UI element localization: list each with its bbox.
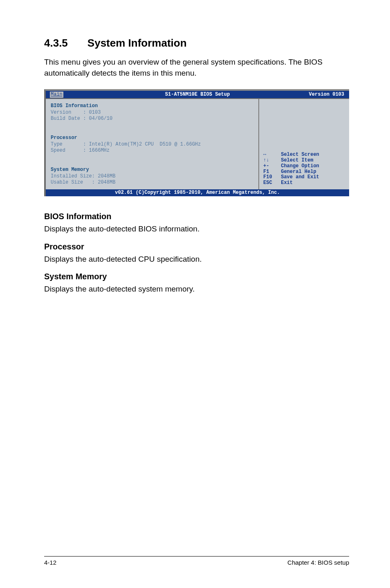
desc-text: Displays the auto-detected system memory… (44, 284, 349, 295)
bios-main-panel: BIOS Information Version : 0103 Build Da… (46, 99, 259, 189)
bios-titlebar: Main S1-AT5NM10E BIOS Setup Version 0103 (46, 91, 349, 98)
bios-body: BIOS Information Version : 0103 Build Da… (46, 98, 349, 189)
bios-version-line: Version : 0103 (51, 110, 101, 115)
desc-text: Displays the auto-detected BIOS informat… (44, 224, 349, 235)
section-number: 4.3.5 (44, 37, 68, 49)
bios-title-center: S1-AT5NM10E BIOS Setup (165, 92, 230, 97)
desc-processor: Processor Displays the auto-detected CPU… (44, 242, 349, 265)
bios-proc-type-line: Type : Intel(R) Atom(TM)2 CPU D510 @ 1.6… (51, 141, 201, 147)
desc-heading: BIOS Information (44, 212, 349, 221)
desc-bios-information: BIOS Information Displays the auto-detec… (44, 212, 349, 235)
page-number: 4-12 (44, 559, 56, 566)
bios-copyright-footer: v02.61 (C)Copyright 1985-2010, American … (46, 189, 349, 196)
page-footer: 4-12 Chapter 4: BIOS setup (44, 556, 349, 566)
bios-heading-memory: System Memory (51, 167, 89, 173)
desc-heading: Processor (44, 242, 349, 251)
bios-screenshot: Main S1-AT5NM10E BIOS Setup Version 0103… (44, 89, 349, 196)
bios-tab-main: Main (50, 92, 63, 98)
bios-heading-biosinfo: BIOS Information (51, 103, 98, 109)
bios-heading-processor: Processor (51, 135, 77, 141)
bios-proc-speed-line: Speed : 1666MHz (51, 148, 110, 153)
bios-builddate-line: Build Date : 04/06/10 (51, 116, 112, 121)
section-title: System Information (87, 37, 187, 49)
bios-mem-installed-line: Installed Size: 2048MB (51, 173, 115, 179)
bios-mem-usable-line: Usable Size : 2048MB (51, 180, 115, 185)
desc-heading: System Memory (44, 272, 349, 281)
bios-version-label: Version 0103 (309, 92, 344, 97)
chapter-label: Chapter 4: BIOS setup (287, 559, 349, 566)
section-heading: 4.3.5System Information (44, 37, 349, 49)
bios-help-panel: ↔ Select Screen ↑↓ Select Item +- Change… (259, 99, 349, 189)
desc-text: Displays the auto-detected CPU specifica… (44, 254, 349, 265)
bios-key-hints: ↔ Select Screen ↑↓ Select Item +- Change… (263, 152, 346, 186)
intro-paragraph: This menu gives you an overview of the g… (44, 57, 349, 79)
desc-system-memory: System Memory Displays the auto-detected… (44, 272, 349, 295)
